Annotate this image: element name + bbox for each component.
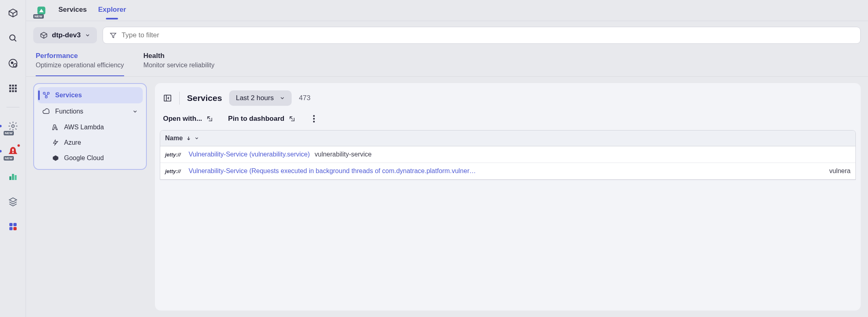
tree-label: Azure <box>64 139 81 146</box>
svg-point-0 <box>10 35 15 40</box>
open-external-icon <box>206 115 213 122</box>
tab-explorer[interactable]: Explorer <box>98 6 126 15</box>
svg-point-28 <box>313 115 315 117</box>
segment-subtitle: Optimize operational efficiency <box>36 62 124 69</box>
filter-icon <box>110 32 117 39</box>
tab-services[interactable]: Services <box>58 6 87 15</box>
tree-item-services[interactable]: Services <box>37 87 143 103</box>
azure-icon <box>52 139 59 146</box>
open-external-icon <box>288 115 296 122</box>
services-panel: Services Last 2 hours 473 Open with... P… <box>155 83 861 311</box>
nav-rail: NEW NEW <box>0 0 26 317</box>
table-row[interactable]: jetty:// Vulnerability-Service (vulnerab… <box>160 146 855 163</box>
content-area: Services Functions AWS Lambda Azure <box>26 77 868 317</box>
rail-divider <box>6 107 19 107</box>
environment-label: dtp-dev3 <box>52 31 81 39</box>
dots-vertical-icon <box>313 115 315 123</box>
svg-rect-6 <box>15 85 17 87</box>
svg-rect-22 <box>13 227 17 230</box>
google-cloud-icon <box>52 154 59 162</box>
rail-alert-icon[interactable]: NEW <box>5 143 21 159</box>
collapse-sidebar-icon[interactable] <box>163 94 172 103</box>
chevron-down-icon[interactable] <box>194 136 199 141</box>
tech-badge: jetty:// <box>165 152 184 158</box>
chevron-down-icon <box>132 109 138 114</box>
divider <box>179 92 180 105</box>
segment-tabs: Performance Optimize operational efficie… <box>26 49 868 77</box>
svg-rect-19 <box>9 223 13 226</box>
rail-extension-icon[interactable] <box>5 218 21 235</box>
rail-chart-icon[interactable] <box>5 168 21 184</box>
tree-item-azure[interactable]: Azure <box>47 135 143 150</box>
more-actions-button[interactable] <box>310 113 318 124</box>
service-meta: vulnera <box>829 167 851 175</box>
rail-settings-icon[interactable]: NEW <box>5 118 21 134</box>
cloud-icon <box>42 107 50 116</box>
tree-item-aws-lambda[interactable]: AWS Lambda <box>47 120 143 135</box>
panel-header: Services Last 2 hours 473 <box>160 90 856 111</box>
tree-label: Google Cloud <box>64 154 104 162</box>
svg-rect-11 <box>12 90 14 92</box>
table-header[interactable]: Name <box>160 131 855 146</box>
svg-point-3 <box>11 62 13 64</box>
svg-rect-20 <box>13 223 17 226</box>
segment-performance[interactable]: Performance Optimize operational efficie… <box>36 52 124 77</box>
cube-icon <box>40 31 48 39</box>
svg-rect-17 <box>12 174 14 180</box>
svg-rect-10 <box>9 90 11 92</box>
pin-dashboard-button[interactable]: Pin to dashboard <box>228 115 296 123</box>
new-badge: NEW <box>4 156 14 161</box>
new-badge: NEW <box>33 14 44 19</box>
tree-panel: Services Functions AWS Lambda Azure <box>33 83 147 170</box>
service-link[interactable]: Vulnerability-Service (Requests executed… <box>189 167 825 175</box>
services-icon <box>42 91 50 99</box>
svg-rect-16 <box>9 176 11 180</box>
svg-point-26 <box>45 96 47 98</box>
col-name-label: Name <box>165 135 183 142</box>
tree-label: Services <box>55 92 82 99</box>
svg-rect-8 <box>12 88 14 90</box>
svg-rect-18 <box>15 175 17 180</box>
services-table: Name jetty:// Vulnerability-Service (vul… <box>160 130 856 180</box>
service-meta: vulnerability-service <box>315 151 372 158</box>
sort-desc-icon <box>186 136 191 141</box>
svg-point-13 <box>11 125 14 128</box>
activity-icon[interactable] <box>5 55 21 71</box>
topbar: NEW Services Explorer <box>26 0 868 21</box>
time-range-select[interactable]: Last 2 hours <box>229 90 292 106</box>
search-icon[interactable] <box>5 30 21 46</box>
segment-health[interactable]: Health Monitor service reliability <box>144 52 215 77</box>
chevron-down-icon <box>85 32 90 38</box>
apps-grid-icon[interactable] <box>5 80 21 96</box>
tree-item-google-cloud[interactable]: Google Cloud <box>47 150 143 166</box>
svg-point-30 <box>313 121 315 122</box>
svg-rect-21 <box>9 227 13 230</box>
tree-item-functions[interactable]: Functions <box>37 103 143 120</box>
segment-title: Health <box>144 52 215 60</box>
segment-subtitle: Monitor service reliability <box>144 62 215 69</box>
alert-dot <box>17 144 20 147</box>
lambda-icon <box>52 124 59 131</box>
tech-badge: jetty:// <box>165 168 184 174</box>
open-with-button[interactable]: Open with... <box>163 115 213 123</box>
service-link[interactable]: Vulnerability-Service (vulnerability.ser… <box>189 151 310 158</box>
environment-select[interactable]: dtp-dev3 <box>33 27 97 43</box>
table-row[interactable]: jetty:// Vulnerability-Service (Requests… <box>160 163 855 180</box>
svg-rect-7 <box>9 88 11 90</box>
filter-input-wrapper[interactable] <box>103 27 861 44</box>
svg-point-15 <box>12 152 14 153</box>
filterbar: dtp-dev3 <box>26 21 868 49</box>
svg-rect-5 <box>12 85 14 87</box>
filter-input[interactable] <box>122 31 854 39</box>
svg-rect-12 <box>15 90 17 92</box>
rail-logo-icon[interactable] <box>5 5 21 21</box>
app-icon[interactable]: NEW <box>36 5 47 16</box>
svg-rect-9 <box>15 88 17 90</box>
rail-layers-icon[interactable] <box>5 193 21 210</box>
tree-label: Functions <box>55 108 83 115</box>
svg-rect-4 <box>9 85 11 87</box>
svg-point-29 <box>313 118 315 120</box>
chevron-down-icon <box>279 95 285 101</box>
segment-title: Performance <box>36 52 124 60</box>
action-label: Open with... <box>163 115 202 123</box>
